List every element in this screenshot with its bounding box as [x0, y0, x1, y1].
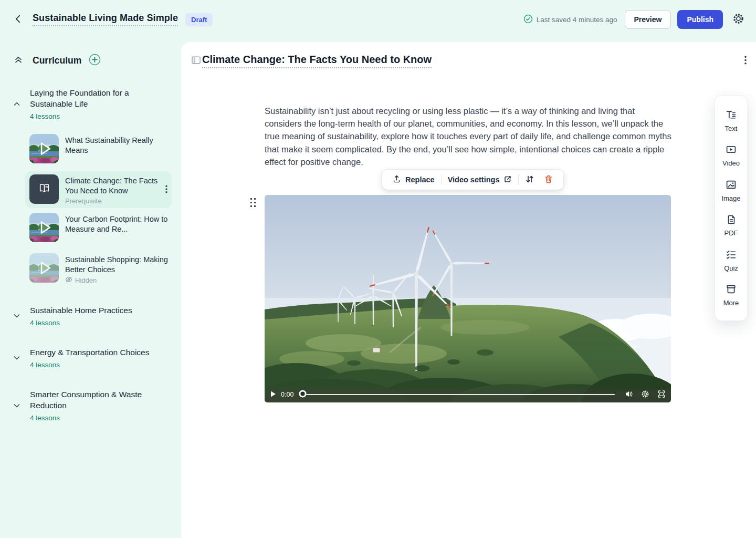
- topbar: Sustainable Living Made Simple Draft Las…: [0, 0, 756, 39]
- section-header-smarter-consumption[interactable]: Smarter Consumption & Waste Reduction 4 …: [0, 389, 181, 422]
- section-title: Energy & Transportation Choices: [30, 347, 149, 358]
- insert-quiz-button[interactable]: Quiz: [721, 249, 741, 273]
- volume-button[interactable]: [625, 390, 633, 400]
- section-lesson-count: 4 lessons: [30, 319, 132, 327]
- play-icon: [270, 390, 276, 399]
- curriculum-title: Curriculum: [33, 55, 81, 66]
- insert-image-button[interactable]: Image: [718, 179, 743, 203]
- video-icon: [726, 144, 737, 157]
- toolbar-divider: [441, 174, 442, 185]
- progress-line: [306, 394, 615, 395]
- course-title[interactable]: Sustainable Living Made Simple: [33, 13, 178, 26]
- section-header-energy-transportation[interactable]: Energy & Transportation Choices 4 lesson…: [0, 347, 181, 369]
- lesson-title: What Sustainability Really Means: [65, 136, 169, 155]
- insert-pdf-button[interactable]: PDF: [721, 214, 741, 237]
- collapse-all-button[interactable]: [13, 54, 24, 67]
- seek-bar[interactable]: [298, 389, 615, 400]
- preview-button[interactable]: Preview: [625, 10, 671, 29]
- gear-icon: [641, 390, 649, 400]
- section-title: Smarter Consumption & Waste Reduction: [30, 389, 154, 411]
- video-settings-button[interactable]: Video settings: [443, 175, 517, 185]
- video-controls: 0:00: [265, 387, 671, 402]
- gear-icon: [732, 13, 744, 26]
- fullscreen-button[interactable]: [657, 390, 666, 400]
- reorder-button[interactable]: [520, 174, 539, 185]
- lesson-editor: Climate Change: The Facts You Need to Kn…: [181, 42, 756, 538]
- lesson-meta: Prerequisite: [65, 197, 158, 205]
- lesson-title: Your Carbon Footprint: How to Measure an…: [65, 214, 169, 234]
- lesson-row-sustainable-shopping[interactable]: Sustainable Shopping: Making Better Choi…: [29, 253, 169, 285]
- section-header-home-practices[interactable]: Sustainable Home Practices 4 lessons: [0, 305, 181, 327]
- archive-box-icon: [726, 284, 737, 296]
- kebab-icon: [165, 185, 167, 195]
- chevron-left-icon: [13, 13, 24, 26]
- lesson-options-button[interactable]: [743, 55, 748, 67]
- video-settings-gear-button[interactable]: [641, 390, 649, 400]
- lesson-meta: Hidden: [65, 276, 169, 285]
- video-timestamp: 0:00: [281, 391, 293, 398]
- lesson-menu-button[interactable]: [164, 184, 169, 196]
- play-button[interactable]: [270, 390, 276, 399]
- image-icon: [726, 179, 737, 192]
- insert-video-button[interactable]: Video: [719, 143, 743, 168]
- chevron-up-icon: [13, 100, 30, 108]
- video-thumbnail: [29, 134, 59, 163]
- open-book-icon: [37, 181, 51, 198]
- eye-off-icon: [65, 276, 72, 285]
- add-curriculum-button[interactable]: [88, 53, 102, 68]
- lesson-body-paragraph[interactable]: Sustainability isn’t just about recyclin…: [265, 105, 673, 168]
- expand-corners-icon: [657, 390, 666, 400]
- section-title: Laying the Foundation for a Sustainable …: [30, 87, 154, 109]
- save-status-text: Last saved 4 minutes ago: [537, 16, 617, 24]
- section-lesson-count: 4 lessons: [30, 361, 149, 369]
- lesson-title: Sustainable Shopping: Making Better Choi…: [65, 255, 169, 274]
- video-player[interactable]: 0:00: [265, 195, 671, 402]
- check-circle-icon: [523, 14, 533, 25]
- toolbar-divider: [518, 174, 519, 185]
- external-link-icon: [503, 175, 512, 185]
- curriculum-sidebar: Curriculum Laying the Foundation for a S…: [0, 39, 181, 538]
- grip-dots-icon: [250, 200, 257, 209]
- block-insert-panel: Text Video Image PDF Quiz: [715, 95, 748, 321]
- video-thumbnail: [29, 253, 59, 283]
- layout-panel-icon: [191, 55, 201, 67]
- kebab-icon: [744, 56, 747, 66]
- more-blocks-button[interactable]: More: [720, 283, 742, 307]
- publish-button[interactable]: Publish: [677, 10, 723, 29]
- settings-button[interactable]: [731, 12, 746, 27]
- reading-thumbnail: [29, 174, 59, 204]
- lesson-row-carbon-footprint[interactable]: Your Carbon Footprint: How to Measure an…: [29, 213, 169, 242]
- pdf-file-icon: [726, 214, 737, 226]
- sort-arrows-icon: [525, 174, 534, 185]
- course-editor-app: Sustainable Living Made Simple Draft Las…: [0, 0, 756, 538]
- video-frame-wind-turbines: [265, 195, 671, 402]
- upload-icon: [392, 174, 401, 185]
- back-button[interactable]: [12, 12, 25, 27]
- chevron-down-icon: [13, 312, 30, 320]
- video-block-toolbar: Replace Video settings: [382, 170, 563, 190]
- section-header-foundation[interactable]: Laying the Foundation for a Sustainable …: [0, 87, 181, 120]
- trash-icon: [544, 174, 553, 185]
- plus-circle-icon: [89, 54, 101, 67]
- double-chevron-up-icon: [14, 55, 23, 66]
- speaker-icon: [625, 390, 633, 400]
- video-thumbnail: [29, 213, 59, 242]
- replace-button[interactable]: Replace: [387, 174, 439, 185]
- lesson-row-climate-change[interactable]: Climate Change: The Facts You Need to Kn…: [25, 171, 172, 208]
- quiz-checklist-icon: [726, 249, 737, 262]
- save-status: Last saved 4 minutes ago: [523, 14, 617, 25]
- panel-toggle-button[interactable]: [190, 54, 202, 68]
- lesson-page-title[interactable]: Climate Change: The Facts You Need to Kn…: [202, 54, 432, 68]
- chevron-down-icon: [13, 401, 30, 410]
- delete-block-button[interactable]: [539, 174, 558, 185]
- section-lesson-count: 4 lessons: [30, 414, 154, 422]
- chevron-down-icon: [13, 354, 30, 362]
- lesson-title: Climate Change: The Facts You Need to Kn…: [65, 176, 158, 195]
- text-icon: [726, 109, 737, 122]
- section-lesson-count: 4 lessons: [30, 112, 154, 120]
- section-title: Sustainable Home Practices: [30, 305, 132, 316]
- insert-text-button[interactable]: Text: [722, 109, 741, 133]
- block-drag-handle[interactable]: [250, 198, 257, 210]
- lesson-row-what-sustainability[interactable]: What Sustainability Really Means: [29, 134, 169, 163]
- status-badge: Draft: [185, 13, 213, 26]
